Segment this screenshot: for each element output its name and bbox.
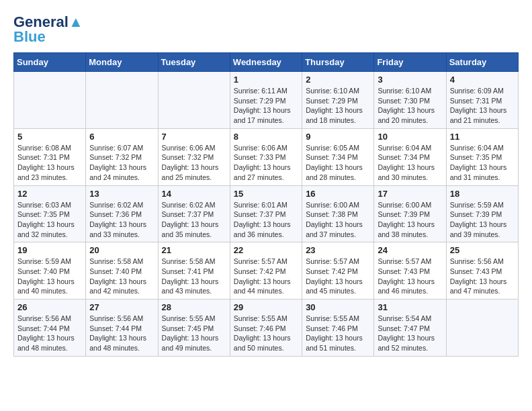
calendar-cell: 31Sunrise: 5:54 AMSunset: 7:47 PMDayligh…	[374, 300, 446, 357]
day-number: 21	[162, 245, 226, 255]
day-number: 18	[450, 189, 515, 199]
day-info: Sunrise: 6:04 AMSunset: 7:35 PMDaylight:…	[450, 143, 515, 183]
calendar-cell: 17Sunrise: 6:00 AMSunset: 7:39 PMDayligh…	[374, 185, 446, 242]
calendar-cell	[14, 72, 86, 129]
day-number: 9	[306, 132, 370, 142]
calendar-cell: 10Sunrise: 6:04 AMSunset: 7:34 PMDayligh…	[374, 128, 446, 185]
weekday-header: Friday	[374, 53, 446, 72]
calendar-cell	[446, 300, 518, 357]
calendar-cell: 24Sunrise: 5:57 AMSunset: 7:43 PMDayligh…	[374, 242, 446, 300]
day-info: Sunrise: 6:09 AMSunset: 7:31 PMDaylight:…	[450, 86, 515, 126]
weekday-header: Saturday	[446, 53, 518, 72]
day-info: Sunrise: 6:04 AMSunset: 7:34 PMDaylight:…	[378, 143, 442, 183]
calendar-cell: 23Sunrise: 5:57 AMSunset: 7:42 PMDayligh…	[302, 242, 374, 300]
day-number: 28	[162, 302, 226, 312]
day-info: Sunrise: 6:03 AMSunset: 7:35 PMDaylight:…	[17, 200, 82, 240]
day-info: Sunrise: 6:02 AMSunset: 7:36 PMDaylight:…	[89, 200, 154, 240]
calendar-cell: 7Sunrise: 6:06 AMSunset: 7:32 PMDaylight…	[158, 128, 230, 185]
day-number: 7	[162, 132, 226, 142]
day-info: Sunrise: 6:01 AMSunset: 7:37 PMDaylight:…	[234, 200, 298, 240]
weekday-header: Wednesday	[230, 53, 302, 72]
day-number: 16	[306, 189, 370, 199]
page-header: General▲ Blue	[13, 13, 519, 46]
calendar-cell: 2Sunrise: 6:10 AMSunset: 7:29 PMDaylight…	[302, 72, 374, 129]
day-info: Sunrise: 6:00 AMSunset: 7:38 PMDaylight:…	[306, 200, 370, 240]
day-number: 25	[450, 245, 515, 255]
day-number: 23	[306, 245, 370, 255]
weekday-header: Sunday	[14, 53, 86, 72]
day-info: Sunrise: 5:54 AMSunset: 7:47 PMDaylight:…	[378, 314, 442, 353]
calendar-cell: 21Sunrise: 5:58 AMSunset: 7:41 PMDayligh…	[158, 242, 230, 300]
day-info: Sunrise: 5:57 AMSunset: 7:42 PMDaylight:…	[234, 257, 298, 296]
calendar-cell: 14Sunrise: 6:02 AMSunset: 7:37 PMDayligh…	[158, 185, 230, 242]
day-info: Sunrise: 5:58 AMSunset: 7:41 PMDaylight:…	[162, 257, 226, 296]
calendar-cell: 1Sunrise: 6:11 AMSunset: 7:29 PMDaylight…	[230, 72, 302, 129]
day-number: 22	[234, 245, 298, 255]
calendar-cell: 16Sunrise: 6:00 AMSunset: 7:38 PMDayligh…	[302, 185, 374, 242]
day-info: Sunrise: 6:06 AMSunset: 7:32 PMDaylight:…	[162, 143, 226, 183]
day-info: Sunrise: 5:56 AMSunset: 7:44 PMDaylight:…	[17, 314, 82, 353]
calendar-cell: 29Sunrise: 5:55 AMSunset: 7:46 PMDayligh…	[230, 300, 302, 357]
calendar-cell: 25Sunrise: 5:56 AMSunset: 7:43 PMDayligh…	[446, 242, 518, 300]
day-info: Sunrise: 6:06 AMSunset: 7:33 PMDaylight:…	[234, 143, 298, 183]
calendar-cell: 18Sunrise: 5:59 AMSunset: 7:39 PMDayligh…	[446, 185, 518, 242]
day-info: Sunrise: 5:56 AMSunset: 7:43 PMDaylight:…	[450, 257, 515, 296]
day-info: Sunrise: 5:59 AMSunset: 7:40 PMDaylight:…	[17, 257, 82, 296]
logo: General▲ Blue	[13, 13, 83, 46]
day-number: 30	[306, 302, 370, 312]
calendar-cell: 28Sunrise: 5:55 AMSunset: 7:45 PMDayligh…	[158, 300, 230, 357]
day-number: 24	[378, 245, 442, 255]
calendar-cell: 22Sunrise: 5:57 AMSunset: 7:42 PMDayligh…	[230, 242, 302, 300]
day-number: 15	[234, 189, 298, 199]
calendar-cell: 27Sunrise: 5:56 AMSunset: 7:44 PMDayligh…	[86, 300, 158, 357]
day-number: 27	[89, 302, 154, 312]
day-info: Sunrise: 6:00 AMSunset: 7:39 PMDaylight:…	[378, 200, 442, 240]
day-info: Sunrise: 6:05 AMSunset: 7:34 PMDaylight:…	[306, 143, 370, 183]
day-info: Sunrise: 6:07 AMSunset: 7:32 PMDaylight:…	[89, 143, 154, 183]
day-number: 12	[17, 189, 82, 199]
day-number: 20	[89, 245, 154, 255]
day-number: 5	[17, 132, 82, 142]
day-number: 31	[378, 302, 442, 312]
day-info: Sunrise: 6:02 AMSunset: 7:37 PMDaylight:…	[162, 200, 226, 240]
calendar-cell: 11Sunrise: 6:04 AMSunset: 7:35 PMDayligh…	[446, 128, 518, 185]
day-number: 6	[89, 132, 154, 142]
day-info: Sunrise: 5:55 AMSunset: 7:46 PMDaylight:…	[306, 314, 370, 353]
day-number: 2	[306, 75, 370, 85]
day-number: 19	[17, 245, 82, 255]
day-number: 8	[234, 132, 298, 142]
calendar-cell: 12Sunrise: 6:03 AMSunset: 7:35 PMDayligh…	[14, 185, 86, 242]
day-info: Sunrise: 6:10 AMSunset: 7:30 PMDaylight:…	[378, 86, 442, 126]
day-number: 29	[234, 302, 298, 312]
calendar-cell	[86, 72, 158, 129]
weekday-header: Tuesday	[158, 53, 230, 72]
day-number: 13	[89, 189, 154, 199]
day-info: Sunrise: 5:59 AMSunset: 7:39 PMDaylight:…	[450, 200, 515, 240]
weekday-header: Thursday	[302, 53, 374, 72]
calendar-cell: 26Sunrise: 5:56 AMSunset: 7:44 PMDayligh…	[14, 300, 86, 357]
day-number: 11	[450, 132, 515, 142]
calendar-cell: 9Sunrise: 6:05 AMSunset: 7:34 PMDaylight…	[302, 128, 374, 185]
day-info: Sunrise: 6:11 AMSunset: 7:29 PMDaylight:…	[234, 86, 298, 126]
calendar-cell: 15Sunrise: 6:01 AMSunset: 7:37 PMDayligh…	[230, 185, 302, 242]
day-number: 10	[378, 132, 442, 142]
day-number: 1	[234, 75, 298, 85]
day-info: Sunrise: 5:56 AMSunset: 7:44 PMDaylight:…	[89, 314, 154, 353]
day-info: Sunrise: 5:55 AMSunset: 7:45 PMDaylight:…	[162, 314, 226, 353]
calendar-cell: 3Sunrise: 6:10 AMSunset: 7:30 PMDaylight…	[374, 72, 446, 129]
day-info: Sunrise: 5:58 AMSunset: 7:40 PMDaylight:…	[89, 257, 154, 296]
day-number: 17	[378, 189, 442, 199]
calendar-cell: 5Sunrise: 6:08 AMSunset: 7:31 PMDaylight…	[14, 128, 86, 185]
day-info: Sunrise: 5:57 AMSunset: 7:43 PMDaylight:…	[378, 257, 442, 296]
calendar-table: SundayMondayTuesdayWednesdayThursdayFrid…	[13, 52, 519, 357]
calendar-cell: 6Sunrise: 6:07 AMSunset: 7:32 PMDaylight…	[86, 128, 158, 185]
calendar-cell: 4Sunrise: 6:09 AMSunset: 7:31 PMDaylight…	[446, 72, 518, 129]
calendar-cell: 8Sunrise: 6:06 AMSunset: 7:33 PMDaylight…	[230, 128, 302, 185]
day-number: 3	[378, 75, 442, 85]
calendar-cell: 20Sunrise: 5:58 AMSunset: 7:40 PMDayligh…	[86, 242, 158, 300]
day-number: 14	[162, 189, 226, 199]
day-info: Sunrise: 6:08 AMSunset: 7:31 PMDaylight:…	[17, 143, 82, 183]
calendar-cell: 30Sunrise: 5:55 AMSunset: 7:46 PMDayligh…	[302, 300, 374, 357]
calendar-cell: 19Sunrise: 5:59 AMSunset: 7:40 PMDayligh…	[14, 242, 86, 300]
day-number: 4	[450, 75, 515, 85]
